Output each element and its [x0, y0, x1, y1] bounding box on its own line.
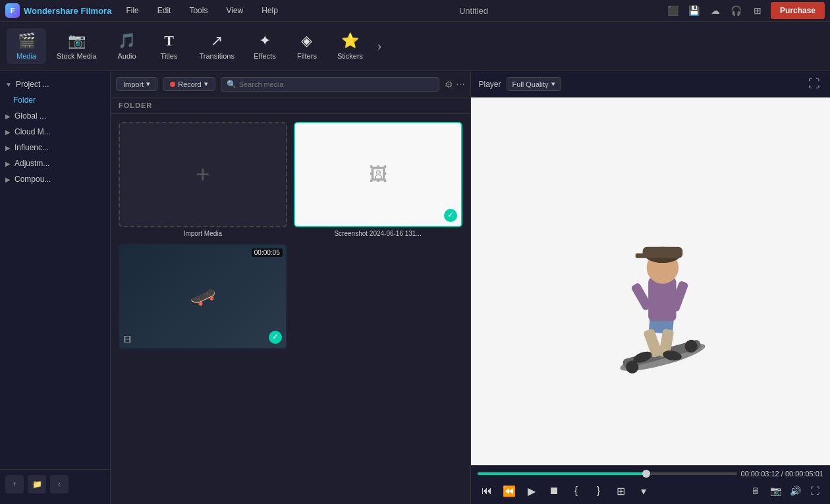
stock-media-icon: 📷: [68, 32, 86, 49]
stock-media-label: Stock Media: [57, 52, 97, 60]
record-label: Record: [178, 80, 201, 88]
record-button[interactable]: Record ▾: [163, 77, 215, 91]
global-arrow-icon: ▶: [5, 113, 11, 120]
image-placeholder-icon: 🖼: [369, 163, 387, 185]
stickers-label: Stickers: [337, 52, 363, 60]
sidebar-item-compound[interactable]: ▶ Compou...: [0, 171, 110, 187]
sidebar-item-cloud[interactable]: ▶ Cloud M...: [0, 124, 110, 140]
menu-file[interactable]: File: [122, 5, 142, 16]
toolbar-media[interactable]: 🎬 Media: [7, 28, 46, 64]
toolbar-audio[interactable]: 🎵 Audio: [107, 28, 147, 64]
import-chevron-icon: ▾: [146, 80, 150, 88]
mark-in-button[interactable]: {: [567, 482, 586, 500]
toolbar-filters[interactable]: ◈ Filters: [287, 28, 327, 64]
layout-icon[interactable]: ⊞: [750, 3, 765, 18]
sidebar-item-global[interactable]: ▶ Global ...: [0, 108, 110, 124]
add-folder-button[interactable]: +: [5, 475, 24, 493]
filter-icons: ⚙ ⋯: [445, 79, 465, 90]
player-extra-controls: 🖥 📷 🔊 ⛶: [747, 482, 823, 499]
menu-edit[interactable]: Edit: [153, 5, 175, 16]
svg-rect-9: [648, 277, 676, 322]
topbar: F Wondershare Filmora File Edit Tools Vi…: [0, 0, 830, 22]
film-strip-icon: 🎞: [123, 335, 131, 345]
import-media-item[interactable]: + Import Media: [119, 122, 287, 237]
player-panel: Player Full Quality ▾ ⛶: [470, 71, 831, 504]
sidebar-cloud-label: Cloud M...: [14, 127, 51, 136]
sidebar-project-label: Project ...: [16, 80, 49, 89]
purchase-button[interactable]: Purchase: [771, 2, 825, 19]
sidebar-item-influencer[interactable]: ▶ Influenc...: [0, 140, 110, 155]
media-item-screenshot[interactable]: 🖼 ✓ Screenshot 2024-06-16 131...: [294, 122, 462, 237]
to-timeline-button[interactable]: ⊞: [612, 482, 630, 500]
rewind-button[interactable]: ⏮: [478, 482, 496, 500]
search-box[interactable]: 🔍: [221, 77, 439, 92]
stop-button[interactable]: ⏹: [545, 482, 563, 500]
import-media-label: Import Media: [119, 230, 287, 237]
menu-help[interactable]: Help: [258, 5, 282, 16]
menu-tools[interactable]: Tools: [185, 5, 211, 16]
project-arrow-icon: ▼: [5, 81, 12, 88]
fullscreen-player-button[interactable]: ⛶: [806, 482, 823, 499]
headphones-icon[interactable]: 🎧: [729, 3, 744, 18]
video-duration-badge: 00:00:05: [252, 248, 283, 257]
to-timeline-dropdown[interactable]: ▾: [634, 482, 653, 500]
player-bottom-row: ⏮ ⏪ ▶ ⏹ { } ⊞ ▾ 🖥 📷 🔊 ⛶: [478, 482, 824, 500]
titles-label: Titles: [161, 52, 178, 60]
media-icon: 🎬: [18, 32, 36, 49]
progress-bar[interactable]: [478, 472, 737, 475]
playback-buttons: ⏮ ⏪ ▶ ⏹ { } ⊞ ▾: [478, 482, 653, 500]
more-options-icon[interactable]: ⋯: [456, 79, 465, 90]
menu-view[interactable]: View: [222, 5, 247, 16]
toolbar-effects[interactable]: ✦ Effects: [245, 28, 285, 64]
compound-arrow-icon: ▶: [5, 176, 11, 183]
cloud-upload-icon[interactable]: ☁: [707, 3, 723, 18]
folder-icon[interactable]: 📁: [28, 475, 46, 493]
progress-bar-wrap: 00:00:03:12 / 00:00:05:01: [478, 470, 824, 478]
screenshot-label: Screenshot 2024-06-16 131...: [294, 230, 462, 237]
search-input[interactable]: [239, 80, 433, 88]
sidebar-folder-item[interactable]: Folder: [0, 92, 110, 108]
audio-label: Audio: [117, 52, 136, 60]
player-video-content: [471, 98, 831, 465]
toolbar-more-button[interactable]: ›: [374, 36, 385, 57]
toolbar: 🎬 Media 📷 Stock Media 🎵 Audio T Titles ↗…: [0, 22, 830, 71]
play-button[interactable]: ▶: [522, 482, 541, 500]
media-grid: + Import Media 🖼 ✓ Screenshot 2024-06-16…: [111, 114, 470, 504]
player-toolbar: Player Full Quality ▾ ⛶: [471, 71, 831, 98]
mark-out-button[interactable]: }: [590, 482, 608, 500]
toolbar-titles[interactable]: T Titles: [150, 28, 189, 64]
sidebar-global-label: Global ...: [14, 111, 46, 121]
toolbar-stock-media[interactable]: 📷 Stock Media: [49, 28, 105, 64]
display-on-screen-button[interactable]: 🖥: [747, 482, 764, 499]
toolbar-stickers[interactable]: ⭐ Stickers: [329, 28, 371, 64]
plus-icon: +: [196, 161, 209, 188]
snapshot-button[interactable]: 📷: [767, 482, 784, 499]
sidebar-item-adjustments[interactable]: ▶ Adjustm...: [0, 155, 110, 171]
progress-knob[interactable]: [642, 470, 650, 478]
media-item-video[interactable]: 🛹 00:00:05 🎞 ✓: [119, 244, 287, 352]
folder-header: FOLDER: [111, 98, 470, 114]
filter-icon[interactable]: ⚙: [445, 79, 453, 90]
player-controls: 00:00:03:12 / 00:00:05:01 ⏮ ⏪ ▶ ⏹ { } ⊞ …: [471, 465, 831, 504]
monitor-icon[interactable]: ⬛: [665, 3, 681, 18]
sidebar-adjustments-label: Adjustm...: [14, 159, 49, 168]
import-button[interactable]: Import ▾: [116, 77, 157, 91]
step-back-button[interactable]: ⏪: [500, 482, 518, 500]
player-screen: [471, 98, 831, 465]
app-logo-icon: F: [5, 3, 20, 18]
total-time: 00:00:05:01: [785, 470, 823, 478]
volume-button[interactable]: 🔊: [787, 482, 804, 499]
sidebar-item-project[interactable]: ▼ Project ...: [0, 76, 110, 92]
app-name: Wondershare Filmora: [24, 6, 111, 16]
record-chevron-icon: ▾: [204, 80, 208, 88]
collapse-sidebar-button[interactable]: ‹: [50, 475, 69, 493]
timecode: 00:00:03:12 / 00:00:05:01: [741, 470, 823, 478]
toolbar-transitions[interactable]: ↗ Transitions: [192, 28, 242, 64]
filters-label: Filters: [297, 52, 317, 60]
fullscreen-icon[interactable]: ⛶: [806, 76, 822, 92]
selected-check-icon: ✓: [444, 209, 457, 222]
save-icon[interactable]: 💾: [686, 3, 702, 18]
sidebar: ▼ Project ... Folder ▶ Global ... ▶ Clou…: [0, 71, 111, 504]
adjustments-arrow-icon: ▶: [5, 160, 11, 167]
quality-select[interactable]: Full Quality ▾: [507, 77, 561, 91]
